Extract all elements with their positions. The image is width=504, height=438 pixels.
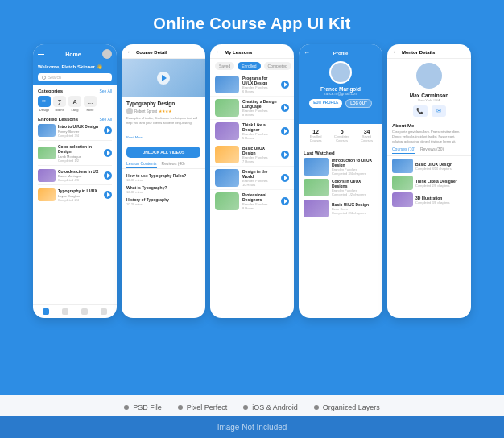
category-design[interactable]: ✏ Design xyxy=(38,96,51,112)
lw-info-1: Introduction to UI/UX Design Branden Fun… xyxy=(332,158,378,176)
enrolled-progress-4: Completed 2/4 xyxy=(58,198,101,202)
enrolled-see-all[interactable]: See All xyxy=(99,117,112,122)
lesson-play-3[interactable] xyxy=(281,127,289,135)
mentor-course-meta-2: Completed 2/8 chapters xyxy=(415,184,466,188)
design-label: Design xyxy=(39,108,49,112)
star-icon: ★★★★ xyxy=(159,109,171,114)
enrolled-play-3[interactable] xyxy=(104,171,112,180)
home-nav-icon[interactable] xyxy=(43,308,49,315)
lw-item-2: Colors in UI/UX Designs Branden Funches … xyxy=(304,179,378,196)
lesson-card-thumb-2 xyxy=(215,99,239,117)
lesson-card-thumb-5 xyxy=(215,169,239,187)
maths-label: Maths xyxy=(56,108,64,112)
lesson-play-1[interactable] xyxy=(281,81,289,89)
author-row: Robert Sprout ★★★★ xyxy=(126,108,200,114)
lw-thumb-3 xyxy=(304,200,329,217)
design-icon: ✏ xyxy=(38,96,51,107)
last-watched-header: Last Watched xyxy=(304,151,378,155)
lesson-play-5[interactable] xyxy=(281,174,289,182)
enrolled-thumb-1 xyxy=(38,124,56,137)
lesson-card-4: Basic UI/UX Design Branden Funches 7 Hou… xyxy=(210,143,294,167)
back-icon-5[interactable]: ← xyxy=(392,48,399,56)
feature-label-4: Organized Layers xyxy=(323,403,380,411)
enrolled-title-2: Color selection in Design xyxy=(58,144,101,155)
lesson-card-3: Think Like a Designer Branden Funches 5 … xyxy=(210,120,294,143)
lessons-nav-icon[interactable] xyxy=(81,308,88,315)
maths-icon: ∑ xyxy=(53,96,66,107)
lesson-tabs: Saved Enrolled Completed xyxy=(210,59,294,73)
tab-completed[interactable]: Completed xyxy=(264,62,291,70)
tab-enrolled[interactable]: Enrolled xyxy=(238,62,260,70)
last-watched-section: Last Watched Introduction to UI/UX Desig… xyxy=(299,147,382,224)
lesson-play-6[interactable] xyxy=(281,197,289,205)
lesson-card-meta-3: 5 Hours xyxy=(242,136,278,140)
edit-profile-button[interactable]: EDIT PROFILE xyxy=(309,99,342,108)
search-bar[interactable]: Search xyxy=(38,73,112,81)
feature-psd: PSD File xyxy=(124,403,162,411)
lesson-card-info-5: Design in the World Branden Funches 10 H… xyxy=(242,169,278,187)
stat-completed: 5 Completed Courses xyxy=(328,129,356,143)
lesson-card-title-5: Design in the World xyxy=(242,169,278,179)
tab-reviews[interactable]: Reviews (48) xyxy=(162,161,185,168)
enrolled-play-2[interactable] xyxy=(104,149,112,157)
lw-title-1: Introduction to UI/UX Design xyxy=(332,158,378,167)
categories-header: Categories See All xyxy=(38,89,112,93)
profile-nav-icon[interactable] xyxy=(101,308,107,315)
search-icon xyxy=(42,76,46,80)
mentor-tab-courses[interactable]: Courses (10) xyxy=(392,147,415,154)
about-title: About Me xyxy=(392,123,466,128)
category-language[interactable]: A Lang xyxy=(68,96,81,112)
enrolled-info-4: Typography in UI/UX Layne Douglas Comple… xyxy=(58,188,101,202)
course-description: Examples of tasks, Disclosure techniques… xyxy=(126,116,200,125)
lw-info-2: Colors in UI/UX Designs Branden Funches … xyxy=(332,179,378,196)
explore-nav-icon[interactable] xyxy=(62,308,68,315)
enrolled-progress-3: Completed 4/6 xyxy=(58,178,101,182)
lesson-card-meta-5: 10 Hours xyxy=(242,183,278,187)
lw-item-1: Introduction to UI/UX Design Branden Fun… xyxy=(304,158,378,176)
phones-row: Home Welcome, Fletch Skinner 👋 Search Ca… xyxy=(27,44,477,318)
lesson-card-meta-6: 8 Hours xyxy=(242,206,278,210)
unlock-button[interactable]: UNLOCK ALL VIDEOS xyxy=(126,147,200,158)
read-more-link[interactable]: Read More xyxy=(126,135,143,139)
enrolled-play-4[interactable] xyxy=(104,191,112,199)
categories-see-all[interactable]: See All xyxy=(99,89,112,93)
message-button[interactable]: ✉ xyxy=(432,105,446,117)
call-button[interactable]: 📞 xyxy=(413,105,428,117)
mentor-course-info-3: 3D Illustration Completed 3/8 chapters xyxy=(415,196,466,205)
feature-label-1: PSD File xyxy=(133,403,162,411)
category-more[interactable]: … More xyxy=(84,96,97,112)
enrolled-progress-2: Completed 1/2 xyxy=(58,159,101,163)
phone1-title: Home xyxy=(65,52,81,57)
phone2-title: Course Detail xyxy=(136,50,167,55)
mentor-course-info-2: Think Like a Designer Completed 2/8 chap… xyxy=(415,179,466,188)
lesson-card-info-2: Creating a Design Language Branden Funch… xyxy=(242,99,278,117)
lesson-card-info-6: Professional Designers Branden Funches 8… xyxy=(242,192,278,210)
welcome-text: Welcome, Fletch Skinner 👋 xyxy=(38,64,112,69)
stat-enrolled: 12 Enrolled Courses xyxy=(304,129,328,143)
lesson-play-2[interactable] xyxy=(281,104,289,112)
play-button[interactable] xyxy=(157,72,170,85)
mentor-tab-reviews[interactable]: Reviews (30) xyxy=(420,147,444,154)
logout-button[interactable]: LOG OUT xyxy=(345,99,372,108)
back-icon[interactable]: ← xyxy=(126,48,133,56)
enrolled-play-1[interactable] xyxy=(104,126,112,134)
lesson-card-meta-2: 8 Hours xyxy=(242,113,278,117)
play-icon xyxy=(162,75,167,81)
user-avatar xyxy=(102,49,112,59)
enrolled-info-3: Colordesicions in UX Dante Montague Comp… xyxy=(58,169,101,183)
tab-saved[interactable]: Saved xyxy=(215,62,234,70)
lesson-card-title-3: Think Like a Designer xyxy=(242,122,278,132)
course-hero xyxy=(122,59,205,97)
stat-saved: 34 Saved Courses xyxy=(356,129,378,143)
lesson-play-4[interactable] xyxy=(281,151,289,159)
back-icon-3[interactable]: ← xyxy=(215,48,221,56)
enrolled-title-4: Typography in UI/UX xyxy=(58,188,101,194)
back-icon-4[interactable]: ← xyxy=(304,49,310,56)
course-info: Typography Design Robert Sprout ★★★★ Exa… xyxy=(122,97,205,143)
lang-icon: A xyxy=(68,96,81,107)
feature-pixel: Pixel Perfect xyxy=(178,403,228,411)
enrolled-header: Enrolled Lessons See All xyxy=(38,117,112,122)
search-section: Search xyxy=(33,73,117,85)
tab-lesson-contents[interactable]: Lesson Contents xyxy=(126,161,157,168)
category-maths[interactable]: ∑ Maths xyxy=(53,96,66,112)
